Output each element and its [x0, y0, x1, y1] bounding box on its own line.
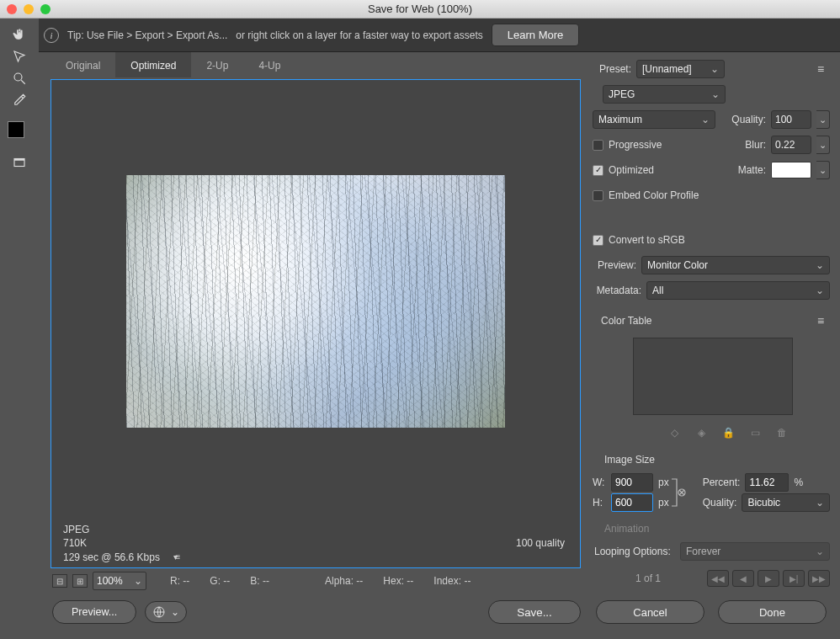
constrain-proportions-icon[interactable]: [670, 474, 687, 514]
embed-profile-checkbox[interactable]: [593, 190, 603, 201]
bandwidth-menu[interactable]: [167, 550, 185, 564]
zoom-in-button[interactable]: ⊞: [72, 574, 88, 588]
percent-input[interactable]: [745, 473, 789, 492]
quality-label: Quality:: [731, 114, 766, 125]
readout-hex: Hex: --: [383, 575, 413, 587]
anim-play-button[interactable]: ▶: [758, 570, 779, 587]
readout-index: Index: --: [433, 575, 471, 587]
canvas-view[interactable]: [55, 83, 577, 519]
preview-tabs: Original Optimized 2-Up 4-Up: [51, 52, 581, 77]
progressive-checkbox[interactable]: [593, 140, 603, 151]
preset-label: Preset:: [593, 63, 631, 75]
ct-shift-icon[interactable]: ◈: [695, 427, 707, 439]
zoom-window-button[interactable]: [40, 4, 51, 14]
preview-label: Preview:: [593, 259, 636, 271]
optimized-label: Optimized: [609, 164, 654, 176]
tab-optimized[interactable]: Optimized: [115, 52, 191, 77]
tab-4up[interactable]: 4-Up: [243, 52, 295, 77]
preset-flyout-menu[interactable]: [811, 62, 830, 76]
ct-lock-icon[interactable]: 🔒: [722, 427, 734, 439]
window-title: Save for Web (100%): [0, 3, 840, 15]
quality-value[interactable]: 100: [771, 110, 811, 129]
tip-text-prefix: Tip: Use File > Export > Export As...: [67, 29, 227, 41]
ct-snap-icon[interactable]: ◇: [668, 427, 680, 439]
color-table-title: Color Table: [601, 315, 651, 327]
metadata-select[interactable]: All: [646, 281, 830, 300]
pixel-readout-bar: ⊟ ⊞ 100% R: -- G: -- B: -- Alpha: -- Hex…: [51, 568, 581, 590]
blur-label: Blur:: [745, 139, 766, 151]
info-format: JPEG: [63, 523, 185, 536]
anim-first-button[interactable]: ◀◀: [707, 570, 729, 587]
blur-value[interactable]: 0.22: [771, 136, 811, 154]
ct-trash-icon[interactable]: 🗑: [776, 427, 788, 439]
resample-quality-select[interactable]: Bicubic: [742, 493, 830, 512]
width-px: px: [658, 477, 669, 488]
anim-next-button[interactable]: ▶|: [783, 570, 805, 587]
width-input[interactable]: [611, 473, 653, 492]
cancel-button[interactable]: Cancel: [596, 600, 704, 624]
height-px: px: [658, 497, 669, 509]
looping-label: Looping Options:: [594, 546, 675, 557]
eyedropper-tool[interactable]: [0, 89, 39, 111]
readout-alpha: Alpha: --: [325, 575, 363, 587]
svg-point-0: [14, 73, 22, 81]
height-label: H:: [593, 497, 606, 509]
format-select[interactable]: JPEG: [603, 85, 726, 104]
anim-prev-button[interactable]: ◀: [732, 570, 754, 587]
settings-panel: Preset: [Unnamed] JPEG Maximum Quality: …: [587, 52, 840, 639]
animation-title: Animation: [604, 523, 830, 535]
info-filesize: 710K: [63, 536, 185, 550]
learn-more-button[interactable]: Learn More: [492, 24, 579, 46]
image-size-title: Image Size: [604, 454, 830, 466]
done-button[interactable]: Done: [718, 600, 827, 624]
matte-color-swatch[interactable]: [771, 162, 811, 178]
zoom-select[interactable]: 100%: [93, 572, 146, 590]
height-input[interactable]: [611, 493, 653, 512]
minimize-window-button[interactable]: [24, 4, 34, 14]
preview-profile-select[interactable]: Monitor Color: [641, 256, 830, 274]
tip-text-suffix: or right click on a layer for a faster w…: [236, 29, 482, 41]
eyedropper-color-swatch[interactable]: [8, 121, 31, 145]
preview-pane: Original Optimized 2-Up 4-Up JPEG 710K 1…: [39, 52, 587, 639]
progressive-label: Progressive: [609, 139, 662, 151]
preview-in-browser-button[interactable]: Preview...: [52, 600, 136, 624]
tip-bar: i Tip: Use File > Export > Export As... …: [0, 19, 840, 52]
tab-2up[interactable]: 2-Up: [191, 52, 243, 77]
info-icon: i: [44, 28, 59, 43]
svg-line-1: [21, 80, 25, 84]
zoom-tool[interactable]: [0, 67, 39, 89]
embed-profile-label: Embed Color Profile: [609, 189, 699, 201]
info-timing: 129 sec @ 56.6 Kbps: [63, 551, 160, 564]
anim-last-button[interactable]: ▶▶: [808, 570, 830, 587]
info-quality: 100 quality: [516, 537, 568, 549]
readout-b: B: --: [250, 575, 269, 587]
convert-srgb-checkbox[interactable]: [593, 235, 603, 246]
color-table-view: [633, 338, 793, 415]
percent-suffix: %: [794, 477, 803, 488]
width-label: W:: [593, 477, 606, 488]
browser-select[interactable]: [145, 601, 187, 623]
close-window-button[interactable]: [7, 4, 17, 14]
color-table-toolbar: ◇ ◈ 🔒 ▭ 🗑: [593, 423, 830, 445]
hand-tool[interactable]: [0, 24, 39, 45]
tab-original[interactable]: Original: [51, 52, 115, 77]
ct-new-icon[interactable]: ▭: [749, 427, 761, 439]
preview-image: [126, 175, 505, 428]
compression-select[interactable]: Maximum: [593, 110, 715, 129]
matte-label: Matte:: [738, 164, 766, 176]
toggle-slices-visibility[interactable]: [0, 152, 39, 173]
preset-select[interactable]: [Unnamed]: [636, 60, 725, 78]
slice-select-tool[interactable]: [0, 45, 39, 67]
quality-stepper[interactable]: [816, 110, 830, 129]
looping-select: Forever: [680, 542, 830, 561]
svg-rect-3: [14, 159, 24, 161]
readout-r: R: --: [170, 575, 189, 587]
save-button[interactable]: Save...: [488, 600, 581, 624]
matte-menu[interactable]: [816, 161, 830, 179]
canvas-frame: JPEG 710K 129 sec @ 56.6 Kbps 100 qualit…: [51, 79, 581, 568]
readout-g: G: --: [210, 575, 230, 587]
optimized-checkbox[interactable]: [593, 165, 603, 176]
color-table-flyout[interactable]: [811, 314, 830, 327]
blur-stepper[interactable]: [816, 136, 830, 154]
zoom-out-button[interactable]: ⊟: [52, 574, 67, 588]
